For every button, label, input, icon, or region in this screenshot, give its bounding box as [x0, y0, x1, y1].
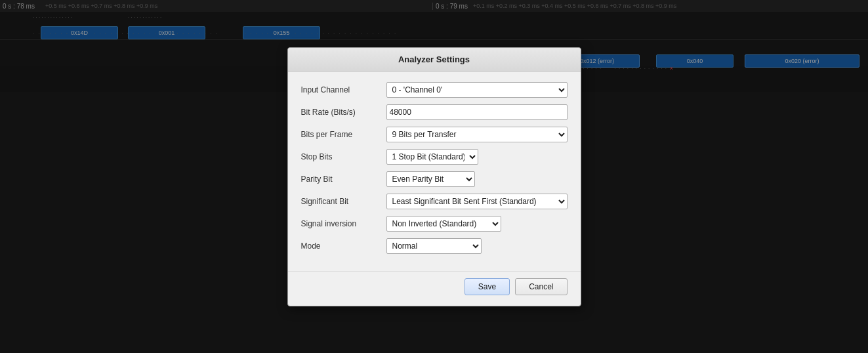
mode-control: Normal Advanced [386, 238, 568, 254]
significant-bit-label: Significant Bit [301, 197, 386, 206]
parity-bit-control: No Parity Bit Even Parity Bit Odd Parity… [386, 171, 568, 187]
mode-label: Mode [301, 241, 386, 251]
parity-bit-select[interactable]: No Parity Bit Even Parity Bit Odd Parity… [386, 171, 475, 187]
significant-bit-select[interactable]: Least Significant Bit Sent First (Standa… [386, 194, 568, 209]
stop-bits-row: Stop Bits 1 Stop Bit (Standard) 2 Stop B… [301, 149, 568, 165]
bit-rate-control [386, 104, 568, 120]
input-channel-row: Input Channel 0 - 'Channel 0' 1 - 'Chann… [301, 82, 568, 98]
bit-rate-label: Bit Rate (Bits/s) [301, 108, 386, 117]
significant-bit-control: Least Significant Bit Sent First (Standa… [386, 194, 568, 209]
cancel-button[interactable]: Cancel [515, 278, 567, 295]
signal-inversion-select[interactable]: Non Inverted (Standard) Inverted [386, 216, 501, 232]
input-channel-control: 0 - 'Channel 0' 1 - 'Channel 1' [386, 82, 568, 98]
input-channel-label: Input Channel [301, 85, 386, 94]
stop-bits-label: Stop Bits [301, 152, 386, 161]
analyzer-settings-dialog: Analyzer Settings Input Channel 0 - 'Cha… [287, 47, 581, 306]
bits-per-frame-control: 8 Bits per Transfer 9 Bits per Transfer … [386, 127, 568, 142]
stop-bits-control: 1 Stop Bit (Standard) 2 Stop Bits [386, 149, 568, 165]
save-button[interactable]: Save [465, 278, 510, 295]
bit-rate-row: Bit Rate (Bits/s) [301, 104, 568, 120]
modal-overlay: Analyzer Settings Input Channel 0 - 'Cha… [0, 0, 868, 353]
significant-bit-row: Significant Bit Least Significant Bit Se… [301, 194, 568, 209]
signal-inversion-label: Signal inversion [301, 219, 386, 228]
stop-bits-select[interactable]: 1 Stop Bit (Standard) 2 Stop Bits [386, 149, 478, 165]
dialog-footer: Save Cancel [288, 271, 581, 306]
mode-select[interactable]: Normal Advanced [386, 238, 482, 254]
parity-bit-label: Parity Bit [301, 175, 386, 184]
input-channel-select[interactable]: 0 - 'Channel 0' 1 - 'Channel 1' [386, 82, 568, 98]
bit-rate-input[interactable] [386, 104, 568, 120]
dialog-title: Analyzer Settings [288, 48, 581, 72]
dialog-body: Input Channel 0 - 'Channel 0' 1 - 'Chann… [288, 72, 581, 271]
signal-inversion-control: Non Inverted (Standard) Inverted [386, 216, 568, 232]
bits-per-frame-select[interactable]: 8 Bits per Transfer 9 Bits per Transfer … [386, 127, 568, 142]
bits-per-frame-label: Bits per Frame [301, 130, 386, 139]
mode-row: Mode Normal Advanced [301, 238, 568, 254]
parity-bit-row: Parity Bit No Parity Bit Even Parity Bit… [301, 171, 568, 187]
signal-inversion-row: Signal inversion Non Inverted (Standard)… [301, 216, 568, 232]
bits-per-frame-row: Bits per Frame 8 Bits per Transfer 9 Bit… [301, 127, 568, 142]
